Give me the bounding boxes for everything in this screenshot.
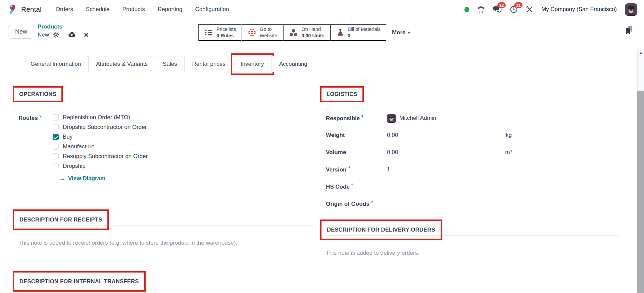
stat-label: Bill of Materials [348,26,381,33]
notebook-tabs: General Information Attributes & Variant… [23,56,644,72]
volume-input[interactable]: 0.00 [387,149,398,156]
receipts-section-header: DESCRIPTION FOR RECEIPTS [18,209,314,230]
rental-key-icon [7,4,17,14]
checkbox-unchecked-icon [53,153,59,159]
tab-inventory[interactable]: Inventory [233,56,272,72]
menu-schedule[interactable]: Schedule [86,6,110,13]
weight-label: Weight [326,132,387,139]
vertical-scrollbar[interactable]: ▲ [637,49,644,293]
tab-sales[interactable]: Sales [155,56,185,72]
origin-of-goods-label: Origin of Goods? [326,200,387,207]
annotation-box: DESCRIPTION FOR RECEIPTS [13,209,109,230]
stat-label: Go to [260,26,277,33]
receipts-note-field[interactable]: This note is added to receipt orders (e.… [18,240,314,246]
checkbox-unchecked-icon [53,124,59,130]
hs-code-label: HS Code? [326,183,387,190]
responsible-field[interactable]: Mitchell Admin [387,114,436,123]
view-diagram-link[interactable]: → View Diagram [59,175,314,182]
volume-unit: m³ [505,149,512,156]
route-manufacture[interactable]: Manufacture [53,143,148,150]
scrollbar-thumb[interactable] [637,91,644,293]
section-divider [18,98,314,98]
arrow-right-icon: → [59,175,65,182]
bill-of-materials-button[interactable]: Bill of Materials 0 [330,24,386,41]
version-input[interactable]: 1 [387,166,390,173]
discard-x-icon[interactable]: × [84,32,89,38]
routes-checkbox-list: Replenish on Order (MTO) Dropship Subcon… [53,114,148,169]
help-icon: ? [361,114,363,118]
favorites-bookmark-icon[interactable] [625,26,634,35]
app-name: Rental [21,5,42,13]
breadcrumb: Products New × [38,23,89,39]
pricelists-list-icon [204,28,213,37]
company-switcher[interactable]: My Company (San Francisco) [541,6,617,13]
breadcrumb-products-link[interactable]: Products [38,23,89,30]
annotation-box: LOGISTICS [320,86,364,102]
activities-clock-icon[interactable]: 31 [510,5,518,13]
menu-products[interactable]: Products [122,6,145,13]
route-replenish-on-order[interactable]: Replenish on Order (MTO) [53,114,148,121]
route-dropship[interactable]: Dropship [53,163,148,169]
route-label: Manufacture [63,143,95,150]
debug-tools-icon[interactable] [526,6,533,13]
internal-transfers-section-header: DESCRIPTION FOR INTERNAL TRANSFERS [18,271,314,292]
globe-icon [248,28,256,37]
cubes-icon [289,29,298,37]
stat-value: 0.00 Units [301,33,325,39]
scrollbar-up-arrow[interactable]: ▲ [638,49,644,56]
route-label: Dropship Subcontractor on Order [63,124,147,131]
tab-accounting[interactable]: Accounting [271,56,315,72]
gear-icon[interactable] [53,32,59,38]
weight-unit: kg [506,132,512,139]
weight-input[interactable]: 0.00 [387,132,398,139]
route-buy[interactable]: Buy [53,134,148,140]
hs-code-row: HS Code? [326,182,619,191]
section-divider [326,98,619,98]
main-menu: Orders Schedule Products Reporting Confi… [56,6,229,13]
routes-label: Routes? [18,114,53,169]
stat-value: Website [260,33,277,39]
app-brand[interactable]: Rental [7,4,42,14]
stat-value: 0 [348,33,381,39]
pricelists-button[interactable]: Pricelists 0 Rules [198,24,242,41]
save-cloud-icon[interactable] [68,32,76,38]
on-hand-button[interactable]: On Hand 0.00 Units [283,24,330,41]
delivery-orders-heading: DESCRIPTION FOR DELIVERY ORDERS [327,227,435,233]
messages-icon[interactable]: 12 [493,5,502,13]
route-label: Replenish on Order (MTO) [63,114,130,121]
help-icon: ? [351,183,353,187]
stat-label: Pricelists [216,26,236,33]
checkbox-unchecked-icon [53,114,59,120]
delivery-note-field[interactable]: This note is added to delivery orders. [326,250,619,256]
tab-rental-prices[interactable]: Rental prices [184,56,233,72]
version-row: Version? 1 [326,165,619,174]
go-to-website-button[interactable]: Go to Website [242,24,283,41]
annotation-box: OPERATIONS [13,86,63,102]
checkbox-checked-icon [53,134,59,140]
route-resupply-subcontractor[interactable]: Resupply Subcontractor on Order [53,153,148,160]
volume-row: Volume 0.00 m³ [326,148,619,157]
more-dropdown-button[interactable]: More ▾ [386,24,416,41]
new-button[interactable]: New [8,25,34,39]
tab-attributes-variants[interactable]: Attributes & Variants [88,56,155,72]
annotation-box: DESCRIPTION FOR INTERNAL TRANSFERS [13,271,146,292]
menu-reporting[interactable]: Reporting [158,6,183,13]
menu-orders[interactable]: Orders [56,6,73,13]
help-icon: ? [39,114,42,118]
user-avatar[interactable] [625,3,637,16]
voip-phone-icon[interactable] [477,6,485,13]
logistics-section-header: LOGISTICS [326,86,619,102]
help-icon: ? [370,200,373,204]
annotation-box: DESCRIPTION FOR DELIVERY ORDERS [320,219,442,240]
top-navbar: Rental Orders Schedule Products Reportin… [0,0,644,19]
route-dropship-subcontractor[interactable]: Dropship Subcontractor on Order [53,124,148,131]
tab-general-information[interactable]: General Information [23,56,89,72]
help-icon: ? [348,166,350,170]
route-label: Buy [63,134,72,140]
volume-label: Volume [326,149,387,156]
menu-configuration[interactable]: Configuration [195,6,229,13]
systray: 12 31 My Company (San Francisco) [464,3,637,16]
messages-badge: 12 [497,2,506,8]
online-status-dot [464,7,469,12]
responsible-row: Responsible? [326,113,619,123]
